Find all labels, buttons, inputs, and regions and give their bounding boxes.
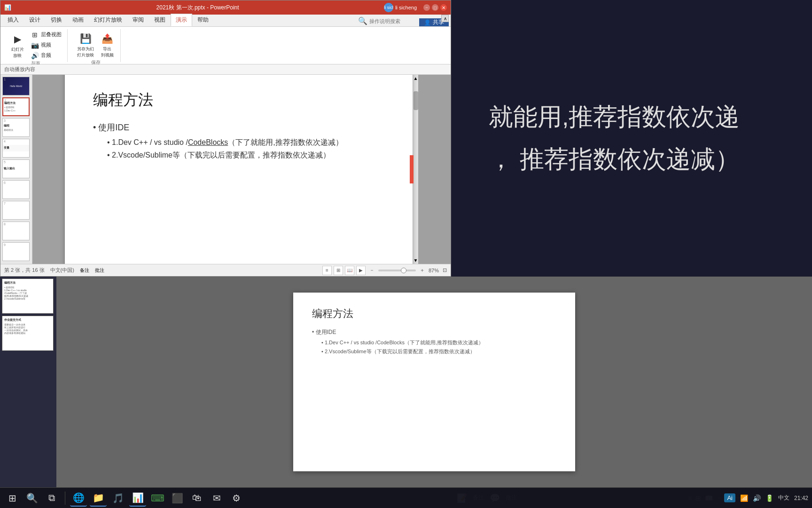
- taskbar-wifi-icon[interactable]: 📶: [740, 494, 748, 502]
- taskbar-volume-icon[interactable]: 🔊: [753, 494, 761, 502]
- slide-thumb-9[interactable]: 9: [2, 242, 30, 261]
- maximize-button[interactable]: □: [432, 4, 438, 11]
- batch-button[interactable]: 批注: [95, 267, 104, 274]
- tab-present[interactable]: 演示: [171, 14, 192, 26]
- right-thumb-2[interactable]: 作业提交方式 需要提交一次作业来 对上述所有内容进行 一次综合的测试，具体 内容…: [2, 316, 54, 351]
- slide-thumb-2[interactable]: 2 编程方法 • 使用IDE 1.Dev C++: [2, 97, 30, 116]
- tab-help[interactable]: 帮助: [192, 14, 214, 26]
- windows-taskbar: ⊞ 🔍 ⧉ 🌐 📁 🎵 📊 ⌨ ⬛ 🛍 ✉ ⚙ Ai 📶 🔊 🔋 中文 21:4…: [0, 487, 812, 508]
- username: li sicheng: [395, 5, 417, 10]
- playback-buttons: ▶ 幻灯片放映 ⊞ 层叠视图 📷 视频 🔊 音频: [8, 30, 63, 60]
- search-input[interactable]: [369, 18, 416, 24]
- formula-bar: 自动播放内容: [0, 64, 451, 75]
- taskbar-search-icon[interactable]: 🔍: [23, 490, 40, 507]
- right-editor-area[interactable]: 编程方法 • 使用IDE • 1.Dev C++ / vs studio /Co…: [56, 277, 812, 487]
- ribbon-tabs: 插入 设计 切换 动画 幻灯片放映 审阅 视图 演示 帮助 🔍 👤 共享: [0, 15, 451, 27]
- taskbar-media-icon[interactable]: 🎵: [109, 490, 126, 507]
- taskbar-explorer-icon[interactable]: 📁: [90, 490, 107, 507]
- lang-indicator: 中文(中国): [50, 267, 74, 274]
- bullet-3: • 2.Vscode/Sublime等（下载完以后需要配置，推荐指数依次递减）: [107, 151, 384, 160]
- reading-view-button[interactable]: 📖: [345, 266, 354, 275]
- zoom-minus[interactable]: －: [369, 267, 375, 274]
- preview-line2: ， 推荐指数依次递减）: [489, 143, 740, 176]
- title-bar-left: 📊: [4, 4, 11, 11]
- bookmark-ribbon: [410, 155, 414, 183]
- tab-design[interactable]: 设计: [24, 14, 46, 26]
- slide-thumb-7[interactable]: 7: [2, 201, 30, 220]
- slide-sorter-button[interactable]: ⊞: [334, 266, 343, 275]
- taskbar-separator-1: [65, 492, 65, 505]
- right-slide-canvas[interactable]: 编程方法 • 使用IDE • 1.Dev C++ / vs studio /Co…: [293, 293, 575, 471]
- scroll-thumb[interactable]: [414, 91, 418, 110]
- zoom-thumb[interactable]: [401, 268, 406, 273]
- zoom-plus[interactable]: ＋: [420, 267, 425, 274]
- play-button[interactable]: ▶ 幻灯片放映: [8, 31, 27, 60]
- comments-button[interactable]: 备注: [80, 267, 89, 274]
- scroll-down[interactable]: ▼: [413, 257, 419, 264]
- title-bar: 📊 2021秋 第一次.pptx - PowerPoint li sicheng…: [0, 0, 451, 15]
- taskbar-store-icon[interactable]: 🛍: [188, 490, 205, 507]
- export-video-button[interactable]: 📤 导出到视频: [98, 30, 117, 59]
- slide-canvas[interactable]: 编程方法 • 使用IDE • 1.Dev C++ / vs studio /Co…: [65, 75, 413, 264]
- right-slide-content: • 使用IDE • 1.Dev C++ / vs studio /CodeBlo…: [312, 328, 556, 355]
- right-slides-panel: 编程方法 • 使用IDE 1.Dev C++ / vs studio /Code…: [0, 277, 56, 487]
- right-thumb-1[interactable]: 编程方法 • 使用IDE 1.Dev C++ / vs studio /Code…: [2, 278, 54, 314]
- slide-thumb-1[interactable]: 1 Hello World: [2, 77, 30, 95]
- slide-thumb-3[interactable]: 3 编程 基础语法: [2, 118, 30, 137]
- taskbar-mail-icon[interactable]: ✉: [208, 490, 225, 507]
- taskbar-settings-icon[interactable]: ⚙: [228, 490, 245, 507]
- taskbar-clock[interactable]: 21:42: [794, 495, 808, 501]
- right-thumb-1-line5: 2.Vscode/Sublime等: [4, 297, 51, 300]
- right-thumb-2-title: 作业提交方式: [4, 318, 51, 322]
- right-thumb-2-line4: 内容请参考课程通知: [4, 332, 51, 334]
- taskbar-time: 21:42: [794, 495, 808, 501]
- taskbar-taskview-icon[interactable]: ⧉: [43, 490, 60, 507]
- slide-panel[interactable]: 1 Hello World 2 编程方法 • 使用IDE 1.Dev C++ 3…: [0, 75, 32, 264]
- status-right: ≡ ⊞ 📖 ▶ － ＋ 87% ⊡: [322, 266, 447, 275]
- taskbar-ppt-icon[interactable]: 📊: [129, 490, 146, 507]
- zoom-slider[interactable]: [378, 270, 416, 271]
- tab-insert[interactable]: 插入: [2, 14, 24, 26]
- audio-icon: 🔊: [31, 52, 39, 59]
- tab-transition[interactable]: 切换: [46, 14, 67, 26]
- scroll-up[interactable]: ▲: [413, 75, 419, 82]
- fit-button[interactable]: ⊡: [443, 267, 447, 273]
- search-icon: 🔍: [358, 16, 367, 25]
- taskbar-edge-icon[interactable]: 🌐: [70, 490, 87, 507]
- taskbar-start-button[interactable]: ⊞: [4, 490, 21, 507]
- slide-thumb-6[interactable]: 6: [2, 180, 30, 199]
- editing-area[interactable]: 编程方法 • 使用IDE • 1.Dev C++ / vs studio /Co…: [32, 75, 451, 264]
- tab-slideshow[interactable]: 幻灯片放映: [89, 14, 127, 26]
- tab-animation[interactable]: 动画: [67, 14, 89, 26]
- ribbon-search[interactable]: 🔍: [355, 16, 419, 26]
- ribbon-collapse-button[interactable]: ∧: [441, 15, 449, 22]
- bullet-1: • 使用IDE: [93, 122, 384, 133]
- save-as-slideshow-button[interactable]: 💾 另存为幻灯片放映: [75, 30, 96, 59]
- taskbar-terminal-icon[interactable]: ⬛: [169, 490, 186, 507]
- slide-info: 第 2 张，共 16 张: [4, 267, 45, 274]
- right-thumb-1-title: 编程方法: [4, 281, 51, 285]
- powerpoint-window: 📊 2021秋 第一次.pptx - PowerPoint li sicheng…: [0, 0, 451, 277]
- preview-line1: 就能用,推荐指数依次递: [489, 101, 740, 134]
- layer-view-button[interactable]: ⊞ 层叠视图: [29, 30, 63, 40]
- title-bar-controls: li sicheng li sicheng － □ ✕: [384, 3, 447, 12]
- zoom-level: 87%: [429, 268, 439, 273]
- slide-thumb-8[interactable]: 8: [2, 222, 30, 240]
- tab-view[interactable]: 视图: [149, 14, 171, 26]
- right-bullet-1: • 使用IDE: [312, 328, 556, 336]
- taskbar-battery-icon[interactable]: 🔋: [765, 494, 773, 502]
- audio-button[interactable]: 🔊 音频: [29, 51, 63, 60]
- play-icon: ▶: [10, 32, 25, 47]
- slideshow-view-button[interactable]: ▶: [356, 266, 366, 275]
- taskbar-vscode-icon[interactable]: ⌨: [149, 490, 166, 507]
- tab-review[interactable]: 审阅: [127, 14, 149, 26]
- video-button[interactable]: 📷 视频: [29, 40, 63, 50]
- ribbon-content: ▶ 幻灯片放映 ⊞ 层叠视图 📷 视频 🔊 音频: [0, 27, 451, 64]
- slide-thumb-4[interactable]: 4 变量: [2, 139, 30, 158]
- normal-view-button[interactable]: ≡: [322, 266, 332, 275]
- slide-thumb-5[interactable]: 5 输入输出: [2, 159, 30, 178]
- close-button[interactable]: ✕: [440, 4, 447, 11]
- save-slideshow-icon: 💾: [78, 31, 93, 46]
- minimize-button[interactable]: －: [423, 4, 430, 11]
- ai-label[interactable]: Ai: [724, 493, 735, 502]
